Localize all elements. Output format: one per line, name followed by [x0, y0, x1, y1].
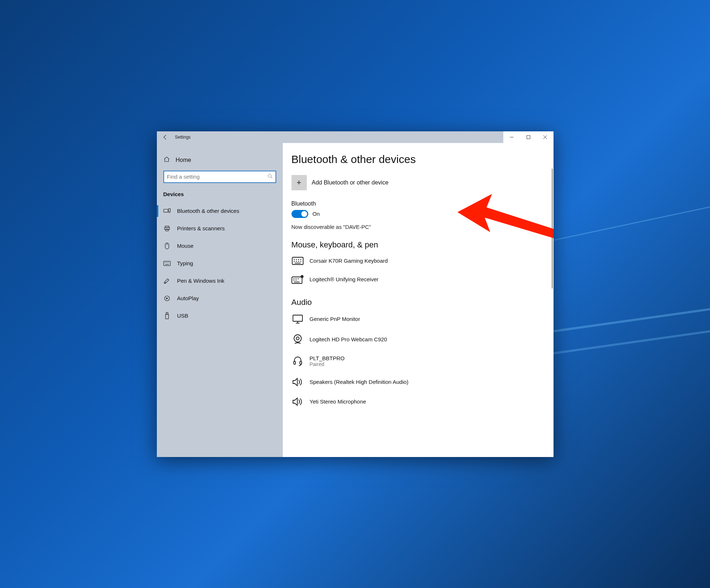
sidebar-item-usb[interactable]: USB [157, 307, 283, 325]
window-controls [503, 131, 554, 143]
svg-point-43 [294, 335, 301, 342]
bluetooth-devices-icon [163, 208, 171, 214]
usb-icon [163, 312, 171, 319]
sidebar-item-label: AutoPlay [177, 295, 199, 301]
svg-rect-12 [163, 261, 170, 266]
search-icon [267, 174, 273, 180]
sidebar-item-pen[interactable]: Pen & Windows Ink [157, 272, 283, 290]
device-name: Logitech® Unifying Receiver [310, 276, 378, 282]
svg-rect-21 [292, 257, 303, 265]
sidebar-item-label: Pen & Windows Ink [177, 278, 225, 284]
pen-icon [163, 278, 171, 284]
sidebar-item-label: Bluetooth & other devices [177, 208, 239, 214]
svg-rect-19 [166, 312, 168, 314]
speaker-icon [291, 377, 304, 387]
svg-rect-8 [164, 227, 170, 230]
device-status: Paired [310, 361, 345, 367]
sidebar-item-printers[interactable]: Printers & scanners [157, 220, 283, 237]
add-device-button[interactable]: + [291, 175, 307, 190]
device-name: PLT_BBTPRO [310, 355, 345, 361]
bluetooth-heading: Bluetooth [291, 200, 539, 207]
device-name: Corsair K70R Gaming Keyboard [310, 258, 388, 264]
back-button[interactable] [157, 131, 174, 143]
device-name: Generic PnP Monitor [310, 316, 360, 322]
svg-rect-9 [166, 229, 168, 231]
svg-rect-45 [294, 361, 295, 364]
sidebar-category: Devices [157, 190, 283, 202]
maximize-button[interactable] [520, 131, 537, 143]
sidebar-item-bluetooth[interactable]: Bluetooth & other devices [157, 202, 283, 220]
search-field[interactable] [167, 174, 267, 180]
device-item[interactable]: Corsair K70R Gaming Keyboard [291, 254, 539, 272]
titlebar: Settings [157, 131, 554, 143]
svg-point-2 [268, 174, 271, 177]
add-device-row[interactable]: + Add Bluetooth or other device [291, 175, 539, 190]
speaker-icon [291, 397, 304, 406]
home-label: Home [176, 157, 191, 163]
svg-rect-5 [168, 208, 170, 211]
sidebar-item-label: USB [177, 313, 189, 319]
webcam-icon [291, 334, 304, 345]
bluetooth-toggle-state: On [313, 211, 320, 217]
settings-window: Settings Home [157, 131, 554, 457]
svg-rect-20 [165, 314, 168, 319]
sidebar-item-autoplay[interactable]: AutoPlay [157, 290, 283, 307]
device-name: Logitech HD Pro Webcam C920 [310, 336, 387, 342]
minimize-button[interactable] [503, 131, 520, 143]
sidebar: Home Devices Bluetooth & other devices [157, 143, 283, 457]
svg-rect-1 [527, 135, 530, 139]
device-item[interactable]: Yeti Stereo Microphone [291, 394, 539, 414]
page-title: Bluetooth & other devices [291, 153, 539, 166]
monitor-icon [291, 314, 304, 324]
section-audio: Audio [291, 298, 539, 307]
mouse-icon [163, 242, 171, 250]
sidebar-item-mouse[interactable]: Mouse [157, 237, 283, 255]
toggle-knob [301, 211, 307, 217]
window-title: Settings [174, 135, 191, 140]
add-device-label: Add Bluetooth or other device [312, 179, 389, 186]
device-name: Yeti Stereo Microphone [310, 398, 366, 405]
sidebar-item-typing[interactable]: Typing [157, 255, 283, 272]
home-icon [163, 156, 170, 164]
device-item[interactable]: Logitech HD Pro Webcam C920 [291, 331, 539, 352]
svg-rect-4 [163, 209, 168, 212]
device-name: Speakers (Realtek High Definition Audio) [310, 379, 409, 385]
svg-point-39 [302, 276, 302, 277]
keyboard-icon [291, 257, 304, 265]
svg-point-44 [296, 337, 299, 340]
section-mouse-keyboard-pen: Mouse, keyboard, & pen [291, 240, 539, 250]
svg-rect-40 [293, 315, 302, 321]
search-input[interactable] [163, 171, 276, 183]
device-item[interactable]: PLT_BBTPRO Paired [291, 352, 539, 374]
device-item[interactable]: Speakers (Realtek High Definition Audio) [291, 374, 539, 394]
discoverable-text: Now discoverable as "DAVE-PC" [291, 224, 539, 230]
keyboard-icon [163, 261, 171, 266]
svg-line-3 [271, 177, 272, 178]
sidebar-item-label: Printers & scanners [177, 225, 225, 231]
svg-rect-46 [300, 361, 302, 364]
home-link[interactable]: Home [157, 152, 283, 168]
sidebar-item-label: Mouse [177, 243, 194, 249]
headset-icon [291, 356, 304, 366]
printer-icon [163, 225, 171, 232]
bluetooth-toggle[interactable] [291, 210, 308, 218]
autoplay-icon [163, 295, 171, 302]
sidebar-item-label: Typing [177, 260, 193, 266]
content-pane: Bluetooth & other devices + Add Bluetoot… [283, 143, 554, 457]
device-item[interactable]: Logitech® Unifying Receiver [291, 272, 539, 291]
device-item[interactable]: Generic PnP Monitor [291, 311, 539, 331]
plus-icon: + [297, 178, 301, 187]
keyboard-receiver-icon [291, 275, 304, 284]
close-button[interactable] [537, 131, 554, 143]
scrollbar[interactable] [552, 168, 553, 289]
